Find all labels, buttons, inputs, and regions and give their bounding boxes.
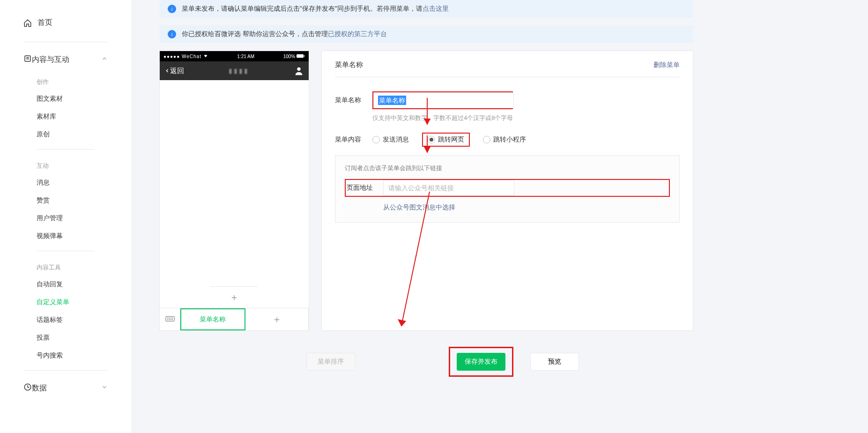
sidebar: 首页 内容与互动 创作 图文素材 素材库 原创 互动 消息 赞赏 用户管理 视频… [0,0,131,433]
phone-menu-slot-2[interactable]: ＋ [245,308,309,330]
banner-unpublished: i 菜单未发布，请确认菜单编辑完成后点击"保存并发布"同步到手机。若停用菜单，请… [159,0,693,18]
phone-title-blurred: ▮▮▮▮ [184,67,294,75]
radio-goto-miniprogram[interactable]: 跳转小程序 [483,135,526,144]
phone-menu-bar: 菜单名称 ＋ [160,308,309,330]
nav-sub-message[interactable]: 消息 [0,174,131,192]
svg-marker-19 [424,147,430,153]
banner-authorized: i 你已授权给百微评选 帮助你运营公众号，点击管理 已授权的第三方平台 [159,25,693,43]
wifi-icon [203,53,208,58]
nav-group-create: 创作 [0,71,131,90]
radio-url-label: 跳转网页 [438,135,464,144]
menu-name-selected-text: 菜单名称 [378,96,406,105]
svg-point-6 [297,67,300,71]
svg-marker-21 [398,319,406,327]
phone-preview: ●●●●● WeChat 1:21 AM 100% 返回 [159,51,309,331]
svg-point-8 [167,318,168,318]
svg-point-11 [172,318,172,318]
svg-point-9 [169,318,169,318]
banner2-text: 你已授权给百微评选 帮助你运营公众号，点击管理 [182,30,328,38]
save-publish-button[interactable]: 保存并发布 [457,353,505,371]
carrier-label: ●●●●● WeChat [163,54,201,59]
menu-editor-panel: 菜单名称 删除菜单 菜单名称 菜单名称 仅支持中英文和数字，字数不超过4个汉字或… [321,51,693,331]
nav-section-content[interactable]: 内容与互动 [0,48,131,71]
main-content: i 菜单未发布，请确认菜单编辑完成后点击"保存并发布"同步到手机。若停用菜单，请… [131,0,721,433]
phone-header: 返回 ▮▮▮▮ [160,61,309,80]
phone-back-button[interactable]: 返回 [164,67,184,75]
chevron-left-icon [164,67,170,75]
content-icon [23,54,32,65]
banner1-link[interactable]: 点击这里 [423,5,449,13]
page-url-label: 页面地址 [346,184,383,192]
home-icon [23,19,32,27]
phone-menu-slot-1[interactable]: 菜单名称 [180,308,245,330]
editor-title: 菜单名称 [335,60,363,69]
page-url-input[interactable] [383,180,514,196]
info-icon: i [168,5,176,13]
menu-name-hint: 仅支持中英文和数字，字数不超过4个汉字或8个字母 [372,114,680,122]
action-bar: 菜单排序 保存并发布 预览 [159,347,693,377]
nav-sub-custommenu[interactable]: 自定义菜单 [0,293,131,311]
chevron-up-icon [101,55,108,64]
nav-sub-users[interactable]: 用户管理 [0,209,131,227]
nav-sub-autoreply[interactable]: 自动回复 [0,276,131,293]
banner1-text: 菜单未发布，请确认菜单编辑完成后点击"保存并发布"同步到手机。若停用菜单，请 [182,5,423,13]
nav-sub-topic[interactable]: 话题标签 [0,311,131,329]
nav-group-tools: 内容工具 [0,257,131,276]
url-panel-desc: 订阅者点击该子菜单会跳到以下链接 [345,164,670,172]
menu-name-label: 菜单名称 [335,96,372,105]
nav-home-label: 首页 [37,18,52,28]
radio-goto-url[interactable]: 跳转网页 [428,135,464,144]
battery-icon [297,54,305,58]
clock-icon [23,383,32,393]
menu-content-label: 菜单内容 [335,135,372,144]
radio-icon [428,136,435,143]
nav-sub-vote[interactable]: 投票 [0,329,131,347]
menu-content-radios: 发送消息 跳转网页 跳转小程序 [372,133,526,147]
nav-sub-material[interactable]: 素材库 [0,108,131,126]
nav-data-label: 数据 [32,383,47,393]
phone-add-submenu[interactable]: ＋ [210,286,258,308]
nav-section-data[interactable]: 数据 [0,376,131,400]
nav-sub-article[interactable]: 图文素材 [0,90,131,108]
nav-group-interact: 互动 [0,155,131,174]
nav-sub-praise[interactable]: 赞赏 [0,192,131,209]
radio-icon [372,136,380,143]
phone-body [160,80,309,286]
plus-icon: ＋ [230,291,239,304]
phone-preview-column: ●●●●● WeChat 1:21 AM 100% 返回 [159,51,310,331]
svg-point-12 [167,319,168,320]
svg-point-13 [169,319,169,320]
radio-send-label: 发送消息 [383,135,409,144]
svg-rect-5 [304,55,305,57]
svg-point-15 [172,319,172,320]
nav-sub-search[interactable]: 号内搜索 [0,347,131,365]
info-icon: i [168,30,176,38]
status-time: 1:21 AM [237,54,254,59]
delete-menu-link[interactable]: 删除菜单 [653,61,680,69]
sort-menu-button[interactable]: 菜单排序 [306,353,355,371]
plus-icon: ＋ [272,313,282,326]
phone-back-label: 返回 [170,67,184,75]
pick-from-articles-link[interactable]: 从公众号图文消息中选择 [383,203,670,212]
keyboard-icon [165,316,175,323]
radio-send-message[interactable]: 发送消息 [372,135,409,144]
status-battery: 100% [283,54,296,59]
radio-mini-label: 跳转小程序 [493,135,526,144]
banner2-link[interactable]: 已授权的第三方平台 [328,30,387,38]
chevron-down-icon [101,384,108,392]
preview-button[interactable]: 预览 [530,353,579,371]
svg-point-10 [171,318,171,318]
save-button-highlight: 保存并发布 [449,347,513,377]
menu-name-input-highlight: 菜单名称 [372,91,513,109]
keyboard-toggle[interactable] [160,308,180,330]
svg-rect-4 [297,54,304,58]
radio-icon [483,136,490,143]
user-icon[interactable] [294,66,304,76]
nav-section-label: 内容与互动 [32,55,69,65]
svg-rect-7 [165,316,174,321]
nav-home[interactable]: 首页 [0,9,131,36]
nav-sub-original[interactable]: 原创 [0,126,131,143]
nav-sub-danmu[interactable]: 视频弹幕 [0,227,131,245]
url-config-panel: 订阅者点击该子菜单会跳到以下链接 页面地址 从公众号图文消息中选择 [335,155,680,223]
svg-point-14 [171,319,171,320]
